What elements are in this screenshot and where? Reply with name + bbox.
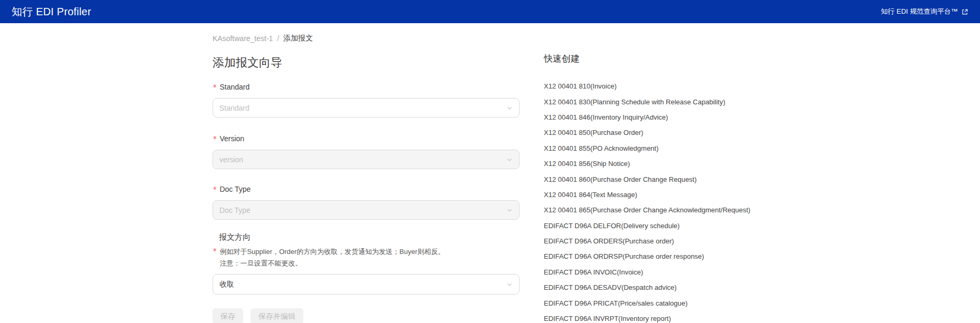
breadcrumb: KAsoftware_test-1 / 添加报文: [213, 34, 520, 43]
quick-create-link[interactable]: EDIFACT D96A INVOIC(Invoice): [544, 265, 871, 280]
quick-create-link[interactable]: X12 00401 830(Planning Schedule with Rel…: [544, 94, 871, 109]
spec-portal-label: 知行 EDI 规范查询平台™: [881, 7, 958, 16]
save-button[interactable]: 保存: [213, 308, 243, 323]
form-actions: 保存 保存并编辑: [213, 308, 520, 323]
version-select-placeholder: version: [219, 155, 506, 164]
quick-create-link[interactable]: EDIFACT D96A DESADV(Despatch advice): [544, 280, 871, 295]
chevron-down-icon: [506, 105, 513, 111]
quick-create-link[interactable]: X12 00401 855(PO Acknowledgment): [544, 141, 871, 156]
quick-create-link[interactable]: X12 00401 850(Purchase Order): [544, 125, 871, 140]
required-mark: *: [213, 247, 217, 269]
standard-select[interactable]: Standard: [213, 98, 520, 118]
quick-create-link[interactable]: EDIFACT D96A ORDERS(Purchase order): [544, 233, 871, 249]
chevron-down-icon: [506, 156, 513, 163]
quick-create-link[interactable]: EDIFACT D96A ORDRSP(Purchase order respo…: [544, 249, 871, 264]
quick-create-link[interactable]: X12 00401 810(Invoice): [544, 79, 871, 94]
direction-help: * 例如对于Supplier，Order的方向为收取，发货通知为发送；Buyer…: [213, 246, 520, 269]
quick-create-link[interactable]: EDIFACT D96A DELFOR(Delivery schedule): [544, 218, 871, 233]
required-mark: *: [213, 185, 217, 193]
direction-label: 报文方向: [219, 232, 520, 242]
spec-portal-link[interactable]: 知行 EDI 规范查询平台™: [881, 7, 968, 16]
version-select[interactable]: version: [213, 150, 520, 169]
direction-help-line1: 例如对于Supplier，Order的方向为收取，发货通知为发送；Buyer则相…: [219, 248, 445, 256]
doc-type-select[interactable]: Doc Type: [213, 200, 520, 220]
breadcrumb-parent[interactable]: KAsoftware_test-1: [213, 34, 273, 43]
chevron-down-icon: [506, 281, 513, 288]
standard-label: * Standard: [213, 83, 520, 91]
quick-create-panel: 快速创建 X12 00401 810(Invoice)X12 00401 830…: [544, 53, 871, 323]
direction-select[interactable]: 收取: [213, 274, 520, 295]
app-brand[interactable]: 知行 EDI Profiler: [12, 5, 91, 19]
required-mark: *: [213, 83, 217, 91]
direction-block: 报文方向 * 例如对于Supplier，Order的方向为收取，发货通知为发送；…: [213, 232, 520, 295]
quick-create-title: 快速创建: [544, 53, 871, 65]
standard-select-placeholder: Standard: [219, 104, 506, 112]
quick-create-link[interactable]: X12 00401 865(Purchase Order Change Ackn…: [544, 202, 871, 218]
version-label: * Version: [213, 134, 520, 143]
quick-create-link[interactable]: X12 00401 846(Inventory Inquiry/Advice): [544, 110, 871, 125]
breadcrumb-separator: /: [277, 34, 279, 43]
breadcrumb-current: 添加报文: [283, 34, 313, 43]
quick-create-link[interactable]: X12 00401 860(Purchase Order Change Requ…: [544, 171, 871, 187]
page-title: 添加报文向导: [213, 55, 520, 71]
quick-create-link[interactable]: EDIFACT D96A INVRPT(Inventory report): [544, 311, 871, 323]
direction-help-line2: 注意：一旦设置不能更改。: [219, 259, 302, 267]
main-form-column: KAsoftware_test-1 / 添加报文 添加报文向导 * Standa…: [213, 34, 520, 323]
external-link-icon: [962, 8, 968, 15]
quick-create-link[interactable]: X12 00401 856(Ship Notice): [544, 156, 871, 171]
direction-select-value: 收取: [219, 280, 506, 289]
required-mark: *: [213, 134, 217, 143]
top-navbar: 知行 EDI Profiler 知行 EDI 规范查询平台™: [0, 0, 980, 23]
quick-create-list: X12 00401 810(Invoice)X12 00401 830(Plan…: [544, 79, 871, 323]
save-and-edit-button[interactable]: 保存并编辑: [251, 308, 303, 323]
doc-type-select-placeholder: Doc Type: [219, 206, 506, 214]
quick-create-link[interactable]: X12 00401 864(Text Message): [544, 187, 871, 202]
doc-type-label: * Doc Type: [213, 185, 520, 193]
quick-create-link[interactable]: EDIFACT D96A PRICAT(Price/sales catalogu…: [544, 295, 871, 310]
chevron-down-icon: [506, 207, 513, 213]
